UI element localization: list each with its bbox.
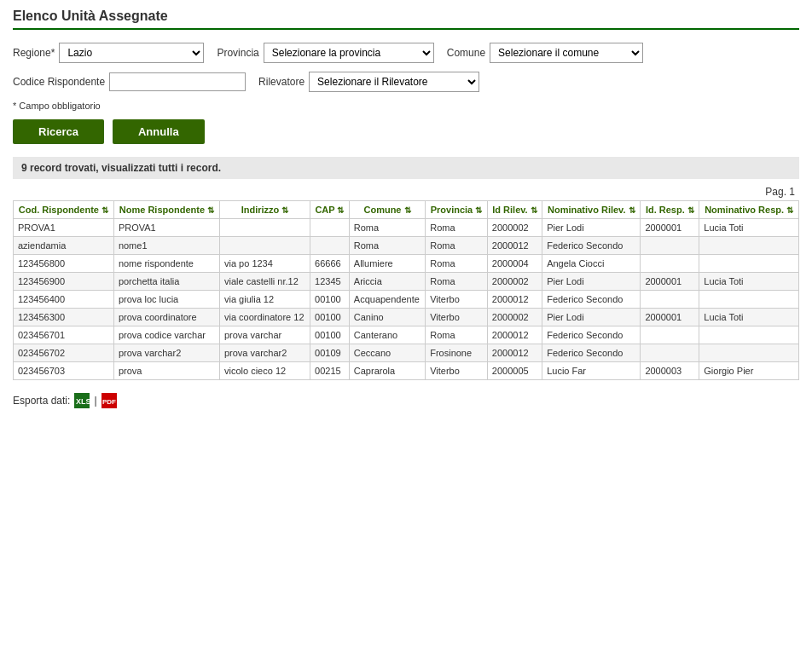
svg-text:PDF: PDF bbox=[102, 398, 116, 406]
export-excel-icon[interactable]: XLS bbox=[74, 393, 90, 408]
required-note: * Campo obbligatorio bbox=[13, 101, 799, 111]
cell-id_rilev: 2000004 bbox=[487, 255, 542, 273]
cell-nominativo_rilev: Angela Ciocci bbox=[542, 255, 641, 273]
cell-cap bbox=[310, 237, 350, 255]
cell-cap: 00100 bbox=[310, 309, 350, 326]
export-label: Esporta dati: bbox=[13, 395, 70, 407]
svg-text:XLS: XLS bbox=[76, 397, 90, 406]
cell-indirizzo: via coordinatore 12 bbox=[219, 309, 310, 326]
col-header-id_resp[interactable]: Id. Resp. ⇅ bbox=[641, 201, 699, 219]
cell-nominativo_resp: Giorgio Pier bbox=[699, 362, 799, 380]
cell-indirizzo: via po 1234 bbox=[219, 255, 310, 273]
cell-id_rilev: 2000012 bbox=[487, 326, 542, 344]
cell-cod_rispondente: 123456400 bbox=[14, 291, 114, 309]
cell-nome_rispondente: prova coordinatore bbox=[113, 309, 219, 326]
cell-id_resp bbox=[641, 291, 699, 309]
cell-nominativo_rilev: Federico Secondo bbox=[542, 291, 641, 309]
cell-nominativo_rilev: Federico Secondo bbox=[542, 344, 641, 362]
col-header-provincia[interactable]: Provincia ⇅ bbox=[426, 201, 488, 219]
cell-id_resp bbox=[641, 326, 699, 344]
cell-indirizzo: prova varchar bbox=[219, 326, 310, 344]
cell-id_resp: 2000001 bbox=[641, 309, 699, 326]
cell-indirizzo bbox=[219, 237, 310, 255]
regione-select[interactable]: Lazio bbox=[59, 43, 204, 63]
table-row: aziendamianome1RomaRoma2000012Federico S… bbox=[14, 237, 799, 255]
cell-cap: 00100 bbox=[310, 291, 350, 309]
result-summary: 9 record trovati, visualizzati tutti i r… bbox=[13, 157, 799, 179]
cell-nominativo_resp bbox=[699, 344, 799, 362]
cell-cod_rispondente: PROVA1 bbox=[14, 219, 114, 237]
cell-nome_rispondente: nome1 bbox=[113, 237, 219, 255]
table-row: 123456400prova loc luciavia giulia 12001… bbox=[14, 291, 799, 309]
table-row: 123456800nome rispondentevia po 12346666… bbox=[14, 255, 799, 273]
cell-nominativo_rilev: Federico Secondo bbox=[542, 237, 641, 255]
cell-nominativo_rilev: Federico Secondo bbox=[542, 326, 641, 344]
comune-label: Comune bbox=[447, 47, 485, 59]
cell-id_resp bbox=[641, 344, 699, 362]
cell-id_rilev: 2000002 bbox=[487, 309, 542, 326]
cell-nome_rispondente: nome rispondente bbox=[113, 255, 219, 273]
regione-label: Regione* bbox=[13, 47, 55, 59]
col-header-nome_rispondente[interactable]: Nome Rispondente ⇅ bbox=[113, 201, 219, 219]
results-table: Cod. Rispondente ⇅Nome Rispondente ⇅Indi… bbox=[13, 200, 799, 380]
export-pdf-icon[interactable]: PDF bbox=[102, 393, 117, 408]
cell-cap bbox=[310, 219, 350, 237]
cell-comune: Acquapendente bbox=[349, 291, 425, 309]
cell-provincia: Viterbo bbox=[426, 362, 488, 380]
col-header-cod_rispondente[interactable]: Cod. Rispondente ⇅ bbox=[14, 201, 114, 219]
ricerca-button[interactable]: Ricerca bbox=[13, 119, 104, 144]
cell-comune: Canterano bbox=[349, 326, 425, 344]
cell-nominativo_resp bbox=[699, 237, 799, 255]
cell-nome_rispondente: prova codice varchar bbox=[113, 326, 219, 344]
cell-cod_rispondente: 123456300 bbox=[14, 309, 114, 326]
col-header-comune[interactable]: Comune ⇅ bbox=[349, 201, 425, 219]
annulla-button[interactable]: Annulla bbox=[113, 119, 205, 144]
cell-provincia: Viterbo bbox=[426, 309, 488, 326]
table-row: PROVA1PROVA1RomaRoma2000002Pier Lodi2000… bbox=[14, 219, 799, 237]
cell-cap: 12345 bbox=[310, 273, 350, 291]
col-header-nominativo_rilev[interactable]: Nominativo Rilev. ⇅ bbox=[542, 201, 641, 219]
page-number: Pag. 1 bbox=[13, 183, 799, 200]
page-title: Elenco Unità Assegnate bbox=[13, 9, 799, 30]
cell-nome_rispondente: porchetta italia bbox=[113, 273, 219, 291]
comune-select[interactable]: Selezionare il comune bbox=[490, 43, 643, 63]
cell-id_resp: 2000001 bbox=[641, 219, 699, 237]
cell-provincia: Roma bbox=[426, 326, 488, 344]
cell-id_rilev: 2000012 bbox=[487, 344, 542, 362]
cell-nominativo_resp bbox=[699, 291, 799, 309]
table-row: 023456702prova varchar2prova varchar2001… bbox=[14, 344, 799, 362]
cell-nominativo_resp: Lucia Toti bbox=[699, 309, 799, 326]
cell-cod_rispondente: 023456702 bbox=[14, 344, 114, 362]
cell-id_resp bbox=[641, 237, 699, 255]
provincia-select[interactable]: Selezionare la provincia bbox=[264, 43, 434, 63]
col-header-id_rilev[interactable]: Id Rilev. ⇅ bbox=[487, 201, 542, 219]
cell-id_rilev: 2000012 bbox=[487, 237, 542, 255]
cell-indirizzo: vicolo cieco 12 bbox=[219, 362, 310, 380]
cell-id_rilev: 2000002 bbox=[487, 219, 542, 237]
cell-nominativo_resp bbox=[699, 255, 799, 273]
table-row: 123456900porchetta italiaviale castelli … bbox=[14, 273, 799, 291]
rilevatore-select[interactable]: Selezionare il Rilevatore bbox=[309, 72, 479, 92]
cell-cap: 00109 bbox=[310, 344, 350, 362]
cell-nome_rispondente: PROVA1 bbox=[113, 219, 219, 237]
cell-id_rilev: 2000005 bbox=[487, 362, 542, 380]
cell-comune: Roma bbox=[349, 237, 425, 255]
cell-provincia: Roma bbox=[426, 273, 488, 291]
cell-provincia: Roma bbox=[426, 219, 488, 237]
cell-id_resp bbox=[641, 255, 699, 273]
col-header-nominativo_resp[interactable]: Nominativo Resp. ⇅ bbox=[699, 201, 799, 219]
separator: | bbox=[94, 395, 96, 407]
cell-id_resp: 2000003 bbox=[641, 362, 699, 380]
cell-nominativo_resp: Lucia Toti bbox=[699, 219, 799, 237]
table-row: 023456703provavicolo cieco 1200215Caprar… bbox=[14, 362, 799, 380]
col-header-cap[interactable]: CAP ⇅ bbox=[310, 201, 350, 219]
codice-input[interactable] bbox=[109, 72, 246, 91]
cell-cap: 00100 bbox=[310, 326, 350, 344]
cell-comune: Ceccano bbox=[349, 344, 425, 362]
cell-nome_rispondente: prova varchar2 bbox=[113, 344, 219, 362]
col-header-indirizzo[interactable]: Indirizzo ⇅ bbox=[219, 201, 310, 219]
cell-comune: Ariccia bbox=[349, 273, 425, 291]
cell-provincia: Viterbo bbox=[426, 291, 488, 309]
cell-nominativo_resp: Lucia Toti bbox=[699, 273, 799, 291]
cell-comune: Roma bbox=[349, 219, 425, 237]
